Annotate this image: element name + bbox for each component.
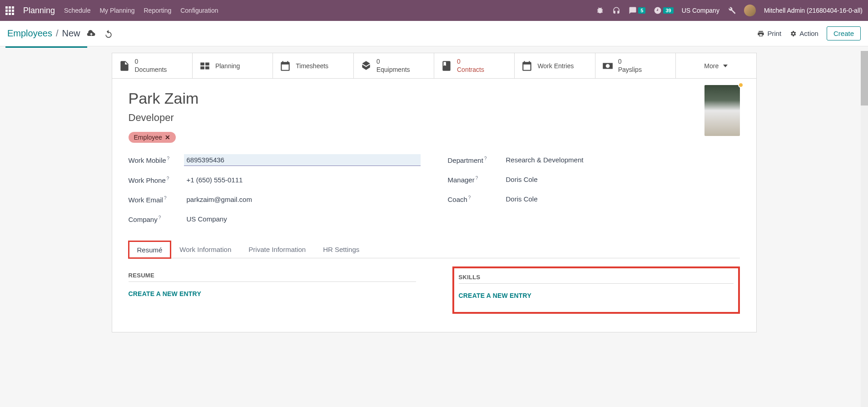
planning-icon	[199, 60, 211, 72]
tabs: Resumé Work Information Private Informat…	[129, 241, 740, 258]
tag-remove-icon[interactable]: ✕	[165, 134, 170, 141]
topbar: Planning Schedule My Planning Reporting …	[0, 0, 868, 21]
print-icon	[757, 30, 764, 37]
nav-schedule[interactable]: Schedule	[64, 7, 90, 14]
print-button[interactable]: Print	[757, 30, 781, 37]
stat-timesheets[interactable]: Timesheets	[273, 53, 353, 78]
create-button[interactable]: Create	[827, 26, 861, 40]
stat-payslips[interactable]: 0Payslips	[595, 53, 676, 78]
employee-name[interactable]: Park Zaim	[129, 90, 740, 107]
money-icon	[602, 60, 614, 72]
discard-icon[interactable]	[104, 29, 113, 38]
label-department: Department?	[448, 156, 503, 164]
clock-badge: 39	[663, 7, 673, 14]
tab-resume[interactable]: Resumé	[129, 241, 171, 258]
gear-icon	[789, 30, 797, 37]
input-manager[interactable]: Doris Cole	[503, 174, 740, 185]
input-coach[interactable]: Doris Cole	[503, 193, 740, 205]
employee-photo[interactable]	[704, 85, 740, 136]
tab-work-information[interactable]: Work Information	[171, 241, 240, 258]
label-work-phone: Work Phone?	[129, 176, 184, 184]
resume-section: RESUME CREATE A NEW ENTRY	[129, 272, 416, 314]
tab-private-information[interactable]: Private Information	[240, 241, 314, 258]
action-button[interactable]: Action	[789, 30, 818, 37]
tools-icon[interactable]	[728, 6, 736, 15]
breadcrumb-underline	[5, 46, 87, 48]
skills-heading: SKILLS	[459, 274, 734, 284]
employee-job-title[interactable]: Developer	[129, 112, 740, 124]
tag-employee[interactable]: Employee ✕	[129, 132, 176, 143]
label-coach: Coach?	[448, 195, 503, 203]
breadcrumb-sep: /	[56, 28, 59, 39]
user-menu[interactable]: Mitchell Admin (21680404-16-0-all)	[764, 7, 863, 14]
skills-section: SKILLS CREATE A NEW ENTRY	[452, 266, 740, 314]
presence-dot	[738, 82, 744, 88]
boxes-icon	[360, 60, 372, 72]
bug-icon[interactable]	[596, 6, 604, 15]
resume-heading: RESUME	[129, 272, 416, 282]
breadcrumb: Employees / New	[7, 28, 80, 39]
apps-icon[interactable]	[5, 6, 14, 15]
label-work-mobile: Work Mobile?	[129, 156, 184, 164]
scrollbar[interactable]	[861, 51, 868, 332]
stat-work-entries[interactable]: Work Entries	[515, 53, 595, 78]
breadcrumb-current: New	[62, 28, 80, 39]
input-department[interactable]: Research & Development	[503, 154, 740, 166]
label-company: Company?	[129, 215, 184, 223]
stat-row: 0Documents Planning Timesheets 0Equipmen…	[112, 53, 757, 79]
stat-contracts[interactable]: 0Contracts	[434, 53, 515, 78]
breadcrumb-row: Employees / New Print Action Create	[0, 21, 868, 46]
support-icon[interactable]	[612, 6, 620, 15]
avatar[interactable]	[744, 5, 756, 16]
nav-reporting[interactable]: Reporting	[144, 7, 172, 14]
stat-more[interactable]: More	[676, 53, 756, 78]
nav-configuration[interactable]: Configuration	[180, 7, 218, 14]
app-title[interactable]: Planning	[23, 6, 55, 15]
messages-icon[interactable]	[629, 6, 637, 15]
input-company[interactable]: US Company	[184, 213, 421, 225]
calendar-icon	[521, 60, 533, 72]
document-icon	[119, 60, 130, 72]
book-icon	[441, 60, 452, 72]
company-switcher[interactable]: US Company	[682, 7, 719, 14]
stat-planning[interactable]: Planning	[193, 53, 273, 78]
input-work-phone[interactable]: +1 (650) 555-0111	[184, 174, 421, 186]
form-sheet: Park Zaim Developer Employee ✕ Work Mobi…	[112, 79, 757, 332]
stat-documents[interactable]: 0Documents	[112, 53, 193, 78]
tab-hr-settings[interactable]: HR Settings	[314, 241, 368, 258]
label-work-email: Work Email?	[129, 196, 184, 204]
calendar-icon	[279, 60, 291, 72]
caret-down-icon	[723, 64, 728, 68]
breadcrumb-root[interactable]: Employees	[7, 28, 52, 39]
messages-badge: 5	[638, 7, 645, 14]
resume-create-entry[interactable]: CREATE A NEW ENTRY	[129, 290, 416, 297]
nav-my-planning[interactable]: My Planning	[99, 7, 134, 14]
clock-icon[interactable]	[654, 6, 662, 15]
save-cloud-icon[interactable]	[87, 29, 96, 38]
input-work-email[interactable]: parkzaim@gmail.com	[184, 194, 421, 205]
label-manager: Manager?	[448, 176, 503, 184]
input-work-mobile[interactable]: 6895395436	[184, 154, 421, 166]
stat-equipments[interactable]: 0Equipments	[354, 53, 434, 78]
skills-create-entry[interactable]: CREATE A NEW ENTRY	[459, 292, 734, 299]
